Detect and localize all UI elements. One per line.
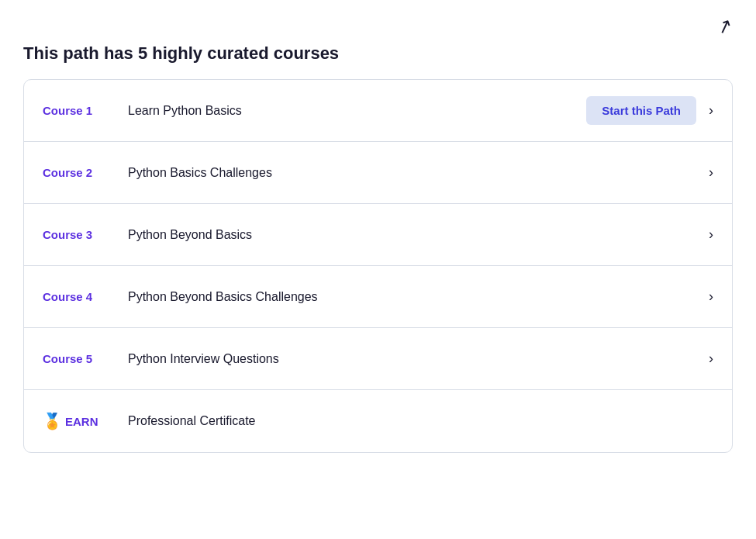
courses-container: Course 1Learn Python BasicsStart this Pa…: [23, 79, 733, 453]
course-row-1[interactable]: Course 1Learn Python BasicsStart this Pa…: [24, 80, 732, 142]
course-row-2[interactable]: Course 2Python Basics Challenges›: [24, 142, 732, 204]
course-label-5: Course 5: [43, 352, 128, 365]
course-label-4: Course 4: [43, 290, 128, 303]
start-path-button[interactable]: Start this Path: [586, 96, 696, 125]
course-name-2: Python Basics Challenges: [128, 166, 709, 180]
page-title: This path has 5 highly curated courses: [23, 43, 733, 64]
course-row-5[interactable]: Course 5Python Interview Questions›: [24, 328, 732, 390]
course-row-4[interactable]: Course 4Python Beyond Basics Challenges›: [24, 266, 732, 328]
chevron-icon-5: ›: [709, 351, 713, 367]
course-name-5: Python Interview Questions: [128, 352, 709, 366]
course-name-1: Learn Python Basics: [128, 104, 586, 118]
medal-icon: 🏅: [43, 412, 62, 430]
chevron-icon-1: ›: [709, 102, 713, 119]
chevron-icon-4: ›: [709, 289, 713, 305]
course-label-1: Course 1: [43, 104, 128, 117]
earn-label: EARN: [65, 415, 98, 428]
course-row-3[interactable]: Course 3Python Beyond Basics›: [24, 204, 732, 266]
certificate-row[interactable]: 🏅EARNProfessional Certificate: [24, 390, 732, 452]
course-name-4: Python Beyond Basics Challenges: [128, 290, 709, 304]
chevron-icon-2: ›: [709, 164, 713, 181]
chevron-icon-3: ›: [709, 226, 713, 243]
earn-label-wrap: 🏅EARN: [43, 412, 128, 430]
course-label-2: Course 2: [43, 166, 128, 179]
course-label-3: Course 3: [43, 228, 128, 241]
decoration-arrow: ↗: [714, 13, 736, 39]
course-name-3: Python Beyond Basics: [128, 228, 709, 242]
certificate-name: Professional Certificate: [128, 414, 713, 428]
